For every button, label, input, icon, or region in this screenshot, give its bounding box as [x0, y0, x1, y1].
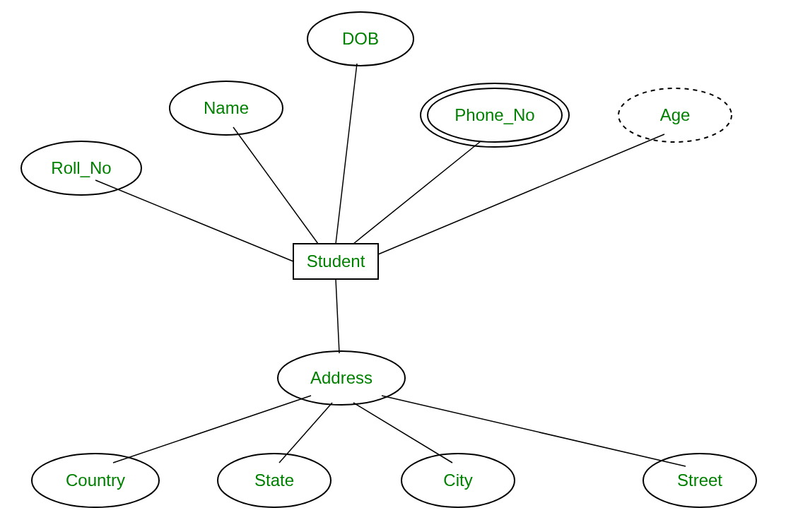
edge-address-city — [353, 403, 452, 463]
entity-student: Student — [293, 244, 378, 279]
attribute-name-label: Name — [204, 98, 249, 117]
attribute-city-label: City — [443, 471, 472, 490]
attribute-street: Street — [643, 454, 756, 507]
edge-address-street — [382, 396, 686, 466]
attribute-address-label: Address — [310, 368, 373, 387]
er-diagram: Student Roll_No Name DOB Phone_No Age Ad… — [0, 0, 786, 532]
attribute-dob: DOB — [307, 12, 413, 66]
edge-student-age — [378, 134, 664, 254]
attribute-age: Age — [618, 88, 732, 142]
attribute-country: Country — [32, 454, 159, 507]
attribute-state: State — [218, 454, 331, 507]
attribute-name: Name — [170, 81, 283, 135]
attribute-country-label: Country — [66, 471, 125, 490]
entity-student-label: Student — [307, 252, 365, 271]
attribute-city: City — [401, 454, 515, 507]
attribute-address: Address — [278, 351, 405, 405]
edge-student-address — [336, 279, 339, 353]
edge-student-name — [233, 127, 318, 244]
edge-student-phoneno — [353, 141, 481, 244]
edge-student-rollno — [95, 180, 293, 261]
attribute-roll-no: Roll_No — [21, 141, 141, 195]
attribute-age-label: Age — [660, 105, 691, 124]
edge-address-country — [113, 396, 311, 463]
attribute-state-label: State — [254, 471, 294, 490]
attribute-roll-no-label: Roll_No — [51, 158, 111, 177]
edge-student-dob — [336, 64, 357, 244]
attribute-dob-label: DOB — [342, 29, 379, 48]
attribute-phone-no: Phone_No — [421, 83, 569, 147]
attribute-phone-no-label: Phone_No — [454, 105, 534, 124]
attribute-street-label: Street — [677, 471, 722, 490]
